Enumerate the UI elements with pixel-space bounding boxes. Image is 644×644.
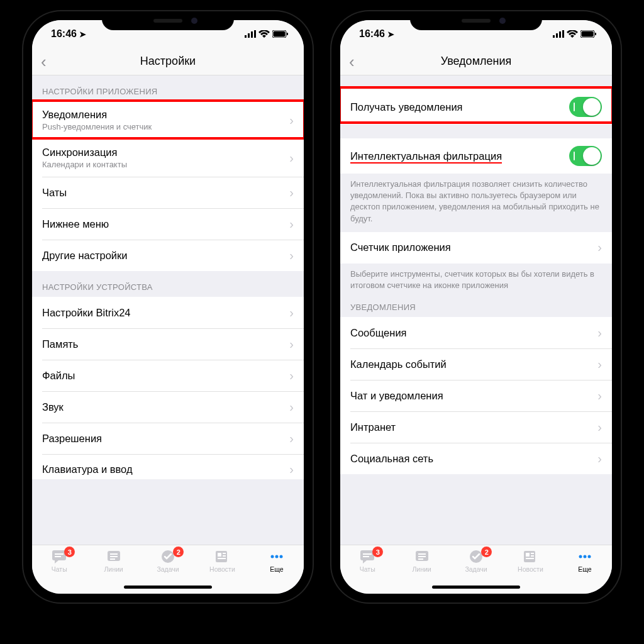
- chevron-right-icon: ›: [289, 462, 294, 477]
- row-notifications[interactable]: Уведомления Push-уведомления и счетчик ›: [32, 101, 304, 139]
- screen-left: 16:46 ➤ ‹ Настройки НАСТРОЙКИ ПРИЛОЖЕНИЯ: [32, 20, 304, 594]
- row-title: Разрешения: [42, 433, 284, 445]
- svg-point-20: [270, 555, 274, 558]
- svg-rect-19: [218, 558, 226, 559]
- svg-point-21: [275, 555, 278, 558]
- row-title: Уведомления: [42, 109, 284, 121]
- row-keyboard[interactable]: Клавиатура и ввод ›: [32, 454, 304, 479]
- signal-icon: [553, 30, 564, 38]
- chevron-right-icon: ›: [597, 389, 602, 403]
- row-title: Интеллектуальная фильтрация: [350, 150, 569, 162]
- more-icon: [268, 549, 286, 564]
- row-title: Другие настройки: [42, 250, 284, 262]
- lines-icon: [413, 549, 431, 564]
- tab-label: Задачи: [465, 565, 487, 573]
- svg-rect-18: [223, 555, 226, 557]
- home-indicator[interactable]: [432, 586, 520, 589]
- section-header-device: НАСТРОЙКИ УСТРОЙСТВА: [32, 271, 304, 297]
- row-receive-notifications[interactable]: Получать уведомления: [340, 89, 612, 125]
- row-app-counter[interactable]: Счетчик приложения ›: [340, 232, 612, 264]
- content-left[interactable]: НАСТРОЙКИ ПРИЛОЖЕНИЯ Уведомления Push-ув…: [32, 75, 304, 545]
- tab-lines[interactable]: Линии: [394, 549, 448, 573]
- tab-more[interactable]: Еще: [558, 549, 612, 573]
- chevron-right-icon: ›: [289, 369, 294, 383]
- row-title: Файлы: [42, 370, 284, 382]
- back-button[interactable]: ‹: [349, 53, 355, 70]
- svg-rect-13: [110, 558, 115, 560]
- row-sound[interactable]: Звук ›: [32, 391, 304, 423]
- svg-rect-0: [245, 35, 247, 38]
- row-files[interactable]: Файлы ›: [32, 360, 304, 391]
- row-messages[interactable]: Сообщения ›: [340, 317, 612, 348]
- tab-label: Линии: [104, 565, 123, 573]
- chevron-right-icon: ›: [597, 357, 602, 372]
- row-chat-notify[interactable]: Чат и уведомления ›: [340, 380, 612, 411]
- row-permissions[interactable]: Разрешения ›: [32, 423, 304, 454]
- toggle-filter[interactable]: [569, 146, 602, 166]
- battery-icon: [272, 30, 289, 38]
- row-title: Звук: [42, 401, 284, 413]
- svg-rect-3: [254, 30, 256, 38]
- row-bottom-menu[interactable]: Нижнее меню ›: [32, 208, 304, 240]
- chevron-right-icon: ›: [597, 420, 602, 435]
- tab-tasks[interactable]: 2 Задачи: [141, 549, 195, 573]
- row-calendar[interactable]: Календарь событий ›: [340, 348, 612, 380]
- wifi-icon: [258, 30, 270, 38]
- lines-icon: [105, 549, 123, 564]
- row-other[interactable]: Другие настройки ›: [32, 240, 304, 271]
- svg-rect-29: [595, 33, 596, 35]
- svg-rect-11: [110, 553, 118, 555]
- content-right[interactable]: Получать уведомления Интеллектуальная фи…: [340, 75, 612, 545]
- navbar: ‹ Уведомления: [340, 48, 612, 75]
- more-icon: [576, 549, 594, 564]
- row-memory[interactable]: Память ›: [32, 328, 304, 360]
- news-icon: [521, 549, 539, 564]
- row-title: Клавиатура и ввод: [42, 464, 284, 475]
- tab-label: Чаты: [52, 565, 67, 573]
- section-header-notifications: УВЕДОМЛЕНИЯ: [340, 299, 612, 317]
- section-header-app: НАСТРОЙКИ ПРИЛОЖЕНИЯ: [32, 75, 304, 101]
- row-title: Социальная сеть: [350, 453, 592, 465]
- svg-rect-8: [55, 553, 64, 555]
- row-title: Календарь событий: [350, 358, 592, 370]
- toggle-receive[interactable]: [569, 97, 602, 117]
- row-title: Нижнее меню: [42, 218, 284, 230]
- row-smart-filter[interactable]: Интеллектуальная фильтрация: [340, 138, 612, 174]
- svg-rect-35: [418, 556, 426, 557]
- group-notifications: Сообщения › Календарь событий › Чат и ув…: [340, 317, 612, 474]
- row-chats[interactable]: Чаты ›: [32, 177, 304, 208]
- home-indicator[interactable]: [124, 586, 212, 589]
- badge: 3: [64, 547, 75, 557]
- row-title: Получать уведомления: [350, 101, 569, 113]
- tab-lines[interactable]: Линии: [86, 549, 140, 573]
- chevron-right-icon: ›: [289, 151, 294, 165]
- tab-news[interactable]: Новости: [195, 549, 249, 573]
- svg-rect-9: [55, 556, 61, 557]
- notch: [102, 11, 234, 30]
- row-sub: Календари и контакты: [42, 160, 284, 169]
- tab-news[interactable]: Новости: [503, 549, 557, 573]
- chevron-right-icon: ›: [289, 248, 294, 263]
- back-button[interactable]: ‹: [41, 53, 47, 70]
- cell-group-device: Настройки Bitrix24 › Память › Файлы › Зв…: [32, 297, 304, 479]
- nav-title: Настройки: [140, 55, 196, 68]
- row-title: Чаты: [42, 187, 284, 199]
- row-social[interactable]: Социальная сеть ›: [340, 443, 612, 474]
- svg-point-43: [579, 555, 582, 558]
- tab-label: Задачи: [157, 565, 179, 573]
- row-title: Настройки Bitrix24: [42, 307, 284, 319]
- svg-rect-16: [218, 553, 221, 557]
- row-sync[interactable]: Синхронизация Календари и контакты ›: [32, 139, 304, 177]
- navbar: ‹ Настройки: [32, 48, 304, 75]
- tab-chats[interactable]: 3 Чаты: [32, 549, 86, 573]
- tab-tasks[interactable]: 2 Задачи: [449, 549, 503, 573]
- screen-right: 16:46 ➤ ‹ Уведомления: [340, 20, 612, 594]
- row-intranet[interactable]: Интранет ›: [340, 411, 612, 443]
- status-time: 16:46: [51, 28, 77, 40]
- tab-more[interactable]: Еще: [250, 549, 304, 573]
- row-bitrix[interactable]: Настройки Bitrix24 ›: [32, 297, 304, 328]
- svg-rect-23: [553, 35, 555, 38]
- badge: 2: [173, 547, 184, 557]
- tab-chats[interactable]: 3 Чаты: [340, 549, 394, 573]
- status-time: 16:46: [359, 28, 385, 40]
